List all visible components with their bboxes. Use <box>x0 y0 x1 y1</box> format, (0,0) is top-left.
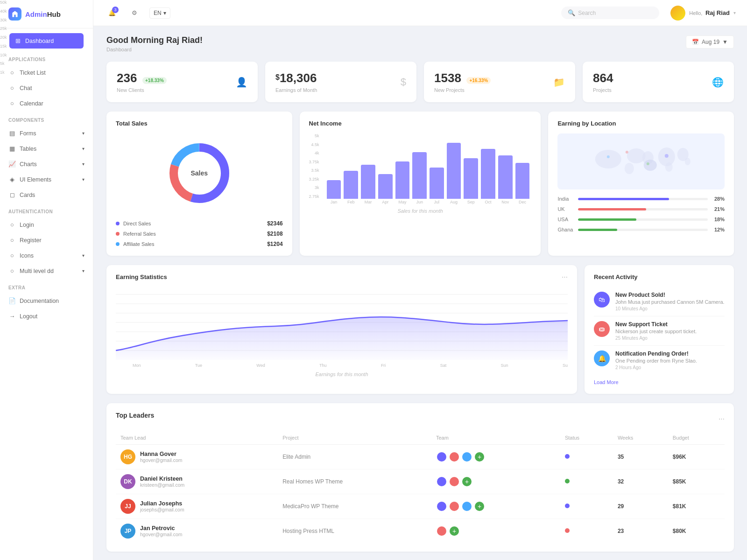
nav-label: Chat <box>20 85 32 91</box>
stat-card-projects-new: 1538 +16.33% New Projects 📁 <box>424 62 575 102</box>
donut-chart: Sales Direct Sales $2346 <box>116 133 283 247</box>
svg-point-16 <box>647 162 649 165</box>
total-sales-card: Total Sales <box>106 112 292 256</box>
bar-chart-y-axis: 5k4.5k4k3.75k3.5k3.25k3k2.75k <box>309 133 323 199</box>
team-add-button[interactable]: + <box>474 501 485 512</box>
language-selector[interactable]: EN ▾ <box>149 7 170 19</box>
svg-point-12 <box>685 158 691 165</box>
activity-title: New Product Sold! <box>615 292 725 298</box>
bar-column <box>430 168 444 199</box>
sidebar-item-ui-elements[interactable]: ◈ UI Elements ▾ <box>0 172 93 187</box>
more-options-icon[interactable]: ⋯ <box>562 273 568 280</box>
date-selector[interactable]: 📅 Aug 19 ▼ <box>686 35 734 49</box>
line-chart-wrapper: 50k40k30k25k20k15k10k5k1k <box>116 285 568 361</box>
sidebar-item-tables[interactable]: ▦ Tables ▾ <box>0 141 93 156</box>
bar-chart-container: 5k4.5k4k3.75k3.5k3.25k3k2.75k JanFebMarA… <box>309 133 532 204</box>
sidebar-item-login[interactable]: ○ Login <box>0 217 93 232</box>
table-row: HG Hanna Gover hgover@gmail.com Elite Ad… <box>116 445 725 469</box>
leaders-tbody: HG Hanna Gover hgover@gmail.com Elite Ad… <box>116 445 725 544</box>
search-box[interactable]: 🔍 <box>561 7 659 19</box>
team-add-button[interactable]: + <box>474 451 485 462</box>
sidebar-item-documentation[interactable]: 📄 Documentation <box>0 293 93 308</box>
leader-budget: $96K <box>668 445 725 469</box>
location-name: USA <box>557 217 574 222</box>
activity-icon: 🛍 <box>594 292 610 308</box>
activity-desc: One Pending order from Ryne Slao. <box>615 358 697 364</box>
activity-content: Notification Pending Order! One Pending … <box>615 350 697 370</box>
svg-point-9 <box>625 163 634 174</box>
calendar-icon: 📅 <box>692 39 699 45</box>
leader-avatar: HG <box>120 449 135 464</box>
svg-point-13 <box>665 154 669 158</box>
top-leaders-card: Top Leaders ⋯ Team Lead Project Team Sta… <box>106 403 734 552</box>
leader-weeks: 35 <box>613 445 668 469</box>
sidebar: AdminHub ⊞ Dashboard APPLICATIONS ○ Tick… <box>0 0 93 560</box>
location-pct: 28% <box>712 196 725 202</box>
leaders-header: Top Leaders ⋯ <box>116 412 725 426</box>
recent-activity-card: Recent Activity 🛍 New Product Sold! John… <box>585 265 734 394</box>
stat-info: 236 +18.33% New Clients <box>117 71 167 93</box>
activity-time: 25 Minutes Ago <box>615 336 697 341</box>
status-dot <box>565 504 570 508</box>
notification-badge: 3 <box>112 7 119 13</box>
svg-point-10 <box>665 162 673 172</box>
legend-dot <box>116 242 120 246</box>
sidebar-item-chat[interactable]: ○ Chat <box>0 80 93 96</box>
team-add-button[interactable]: + <box>461 476 472 487</box>
bar-label: Nov <box>498 200 513 204</box>
sidebar-item-icons[interactable]: ○ Icons ▾ <box>0 248 93 263</box>
sidebar-item-forms[interactable]: ▤ Forms ▾ <box>0 126 93 141</box>
team-avatar <box>436 525 447 537</box>
bar-column <box>515 163 530 199</box>
earning-stats-title: Earning Statistics <box>116 273 167 280</box>
user-profile[interactable]: Hello, Raj Riad ▾ <box>670 6 736 21</box>
table-row: DK Daniel Kristeen kristeen@gmail.com Re… <box>116 469 725 494</box>
docs-icon: 📄 <box>8 297 16 304</box>
bar-column <box>344 171 358 199</box>
sidebar-item-cards[interactable]: ◻ Cards <box>0 187 93 203</box>
bar-column <box>498 155 513 199</box>
sidebar-item-calendar[interactable]: ○ Calendar <box>0 96 93 111</box>
legend-label: Affiliate Sales <box>123 241 154 247</box>
location-bar-fill <box>578 229 617 231</box>
leader-project: Elite Admin <box>278 445 431 469</box>
line-chart-x-axis: Mon Tue Wed Thu Fri Sat Sun Su <box>116 363 568 368</box>
sidebar-item-charts[interactable]: 📈 Charts ▾ <box>0 156 93 172</box>
charts-icon: 📈 <box>8 161 16 168</box>
chevron-down-icon: ▾ <box>82 253 85 258</box>
topbar: 🔔 3 ⚙ EN ▾ 🔍 <box>93 0 747 26</box>
activity-title: Notification Pending Order! <box>615 350 697 357</box>
table-row: JP Jan Petrovic hgover@gmail.com Hosting… <box>116 519 725 544</box>
team-add-button[interactable]: + <box>449 525 460 537</box>
stat-label: Projects <box>593 87 613 93</box>
sidebar-item-dashboard[interactable]: ⊞ Dashboard <box>9 33 84 49</box>
bar-label: Jul <box>430 200 444 204</box>
location-bar-fill <box>578 218 636 221</box>
net-income-title: Net Income <box>309 120 532 127</box>
leader-info: DK Daniel Kristeen kristeen@gmail.com <box>116 469 278 494</box>
leader-name: Jan Petrovic <box>140 525 183 532</box>
activity-time: 2 Hours Ago <box>615 365 697 370</box>
search-input[interactable] <box>578 10 653 16</box>
sidebar-item-logout[interactable]: → Logout <box>0 308 93 324</box>
more-options-icon[interactable]: ⋯ <box>719 415 725 422</box>
table-row: JJ Julian Josephs josephs@gmail.com Medi… <box>116 494 725 519</box>
legend-referral: Referral Sales $2108 <box>116 231 283 237</box>
bar-column <box>464 158 478 199</box>
sidebar-item-multilevel[interactable]: ○ Multi level dd ▾ <box>0 263 93 279</box>
leader-weeks: 23 <box>613 519 668 544</box>
bottom-row: Earning Statistics ⋯ 50k40k30k25k20k15k1… <box>106 265 734 394</box>
leader-status <box>560 469 613 494</box>
activity-item: 🎟 New Support Ticket Nickerson just crea… <box>594 316 725 346</box>
nav-label: Forms <box>20 130 36 137</box>
chevron-down-icon: ▾ <box>82 177 85 182</box>
ui-icon: ◈ <box>8 176 16 183</box>
notifications-button[interactable]: 🔔 3 <box>105 6 120 21</box>
settings-button[interactable]: ⚙ <box>127 6 142 21</box>
nav-label: Documentation <box>20 298 59 304</box>
sidebar-item-register[interactable]: ○ Register <box>0 232 93 248</box>
chevron-down-icon: ▾ <box>82 146 85 151</box>
bar <box>447 143 461 199</box>
load-more-link[interactable]: Load More <box>594 379 619 385</box>
leader-budget: $81K <box>668 494 725 519</box>
